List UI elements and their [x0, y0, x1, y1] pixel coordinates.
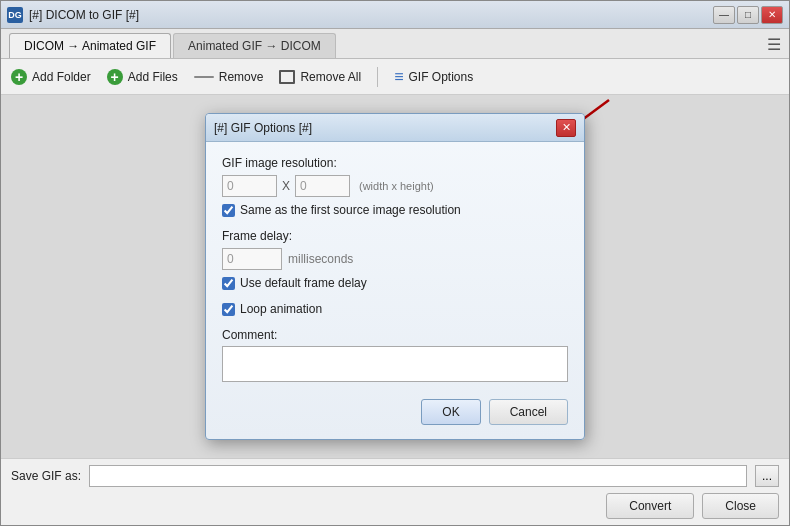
save-as-label: Save GIF as: [11, 469, 81, 483]
title-bar: DG [#] DICOM to GIF [#] — □ ✕ [1, 1, 789, 29]
remove-all-button[interactable]: Remove All [279, 70, 361, 84]
same-as-first-row: Same as the first source image resolutio… [222, 203, 568, 217]
dialog-close-button[interactable]: ✕ [556, 119, 576, 137]
height-input[interactable] [295, 175, 350, 197]
add-folder-button[interactable]: + Add Folder [11, 69, 91, 85]
app-icon: DG [7, 7, 23, 23]
browse-button[interactable]: ... [755, 465, 779, 487]
toolbar: + Add Folder + Add Files Remove Remove A… [1, 59, 789, 95]
modal-overlay: [#] GIF Options [#] ✕ GIF image resoluti… [1, 95, 789, 458]
comment-input[interactable] [222, 346, 568, 382]
dialog-title-bar: [#] GIF Options [#] ✕ [206, 114, 584, 142]
dialog-cancel-button[interactable]: Cancel [489, 399, 568, 425]
same-as-first-label: Same as the first source image resolutio… [240, 203, 461, 217]
dialog-title: [#] GIF Options [#] [214, 121, 312, 135]
comment-label: Comment: [222, 328, 568, 342]
loop-animation-checkbox[interactable] [222, 303, 235, 316]
window-close-button[interactable]: ✕ [761, 6, 783, 24]
add-files-icon: + [107, 69, 123, 85]
gif-options-dialog: [#] GIF Options [#] ✕ GIF image resoluti… [205, 113, 585, 440]
gif-options-label: GIF Options [408, 70, 473, 84]
width-input[interactable] [222, 175, 277, 197]
save-path-input[interactable] [89, 465, 747, 487]
frame-delay-input[interactable] [222, 248, 282, 270]
remove-icon [194, 76, 214, 78]
remove-all-label: Remove All [300, 70, 361, 84]
content-area: [#] GIF Options [#] ✕ GIF image resoluti… [1, 95, 789, 458]
add-files-label: Add Files [128, 70, 178, 84]
tab-bar: DICOM → Animated GIF Animated GIF → DICO… [1, 29, 789, 59]
tab-gif-to-dicom[interactable]: Animated GIF → DICOM [173, 33, 336, 58]
add-folder-label: Add Folder [32, 70, 91, 84]
add-files-button[interactable]: + Add Files [107, 69, 178, 85]
resolution-label: GIF image resolution: [222, 156, 568, 170]
save-as-row: Save GIF as: ... [11, 465, 779, 487]
dialog-body: GIF image resolution: X (width x height)… [206, 142, 584, 439]
remove-all-icon [279, 70, 295, 84]
frame-delay-row: milliseconds [222, 248, 568, 270]
use-default-delay-row: Use default frame delay [222, 276, 568, 290]
main-window: DG [#] DICOM to GIF [#] — □ ✕ DICOM → An… [0, 0, 790, 526]
action-row: Convert Close [11, 493, 779, 519]
dialog-buttons: OK Cancel [222, 399, 568, 425]
resolution-row: X (width x height) [222, 175, 568, 197]
remove-label: Remove [219, 70, 264, 84]
remove-button[interactable]: Remove [194, 70, 264, 84]
resolution-x-separator: X [282, 179, 290, 193]
dialog-ok-button[interactable]: OK [421, 399, 480, 425]
convert-button[interactable]: Convert [606, 493, 694, 519]
maximize-button[interactable]: □ [737, 6, 759, 24]
menu-icon[interactable]: ☰ [767, 35, 781, 54]
minimize-button[interactable]: — [713, 6, 735, 24]
resolution-hint: (width x height) [359, 180, 434, 192]
toolbar-divider [377, 67, 378, 87]
add-folder-icon: + [11, 69, 27, 85]
title-controls: — □ ✕ [713, 6, 783, 24]
tab-dicom-to-gif[interactable]: DICOM → Animated GIF [9, 33, 171, 58]
same-as-first-checkbox[interactable] [222, 204, 235, 217]
frame-delay-label: Frame delay: [222, 229, 568, 243]
close-button[interactable]: Close [702, 493, 779, 519]
gif-options-icon: ≡ [394, 68, 403, 86]
window-title: [#] DICOM to GIF [#] [29, 8, 139, 22]
gif-options-button[interactable]: ≡ GIF Options [394, 68, 473, 86]
use-default-delay-checkbox[interactable] [222, 277, 235, 290]
bottom-bar: Save GIF as: ... Convert Close [1, 458, 789, 525]
title-bar-left: DG [#] DICOM to GIF [#] [7, 7, 139, 23]
loop-animation-label: Loop animation [240, 302, 322, 316]
use-default-delay-label: Use default frame delay [240, 276, 367, 290]
delay-unit-label: milliseconds [288, 252, 353, 266]
loop-animation-row: Loop animation [222, 302, 568, 316]
